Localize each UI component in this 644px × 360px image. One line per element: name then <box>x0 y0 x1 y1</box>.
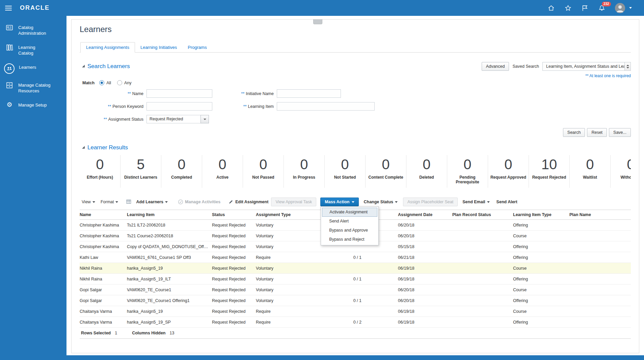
stat-label: Not Started <box>326 175 364 180</box>
save-button[interactable]: Save... <box>609 128 631 137</box>
learning-catalog-icon <box>5 43 14 52</box>
user-menu-chevron-icon[interactable] <box>629 7 632 9</box>
cell-learning-item: Ts21 Course2-20062018 <box>127 234 212 238</box>
cell-learning-item: harika_Assign5_19 <box>127 266 212 271</box>
notifications-bell-icon[interactable]: 232 <box>598 4 606 12</box>
cell-assignment-type: Voluntary <box>256 223 300 228</box>
reset-button[interactable]: Reset <box>587 128 607 137</box>
cell-assignment-date: 06/20/18 <box>398 298 452 303</box>
tab-learning-initiatives[interactable]: Learning Initiatives <box>135 42 182 52</box>
sidebar-item-learners[interactable]: Learners <box>0 60 66 78</box>
column-header-assignment-type[interactable]: Assignment Type <box>256 212 300 217</box>
table-row[interactable]: Nikhil Rainaharika_Assign5_19Request Rej… <box>80 263 631 274</box>
cell-assignment-date: 06/19/18 <box>398 277 452 281</box>
match-any-radio[interactable] <box>117 80 122 85</box>
menu-item-send-alert[interactable]: Send Alert <box>322 217 377 226</box>
table-row[interactable]: Kathi LawVAM0621_6761_Course1 SP Off3Req… <box>80 252 631 263</box>
view-menu[interactable]: View <box>82 200 95 204</box>
add-learners-menu[interactable]: Add Learners <box>136 200 168 204</box>
home-icon[interactable] <box>547 4 555 12</box>
table-row[interactable]: Gopi SalgarVAM0620_TE_Course1 Offering1R… <box>80 295 631 306</box>
sidebar-item-manage-setup[interactable]: ⚙ Manage Setup <box>0 97 66 112</box>
cell-activities: 0 / 2 <box>300 320 398 325</box>
stat-value: 5 <box>122 156 160 173</box>
cell-assignment-date: 06/19/18 <box>398 320 452 325</box>
name-input[interactable] <box>146 89 212 98</box>
stat-value: 0 <box>285 156 323 173</box>
stat-label: Completed <box>163 175 200 180</box>
column-header-learning-item-type[interactable]: Learning Item Type <box>513 212 569 217</box>
send-email-menu[interactable]: Send Email <box>462 200 489 204</box>
tab-programs[interactable]: Programs <box>182 42 212 52</box>
menu-item-bypass-and-reject[interactable]: Bypass and Reject <box>322 235 377 244</box>
stat-value: 0 <box>571 156 609 173</box>
match-row: Match All Any <box>80 80 631 85</box>
column-header-name[interactable]: Name <box>80 212 127 217</box>
favorites-star-icon[interactable] <box>564 4 572 12</box>
initiative-name-input[interactable] <box>277 89 341 98</box>
cell-learning-item: harika_Assign5_19 <box>127 309 212 314</box>
column-header-assignment-date[interactable]: Assignment Date <box>398 212 452 217</box>
assignment-status-select[interactable]: Request Rejected <box>146 115 216 123</box>
change-status-menu[interactable]: Change Status <box>364 200 398 204</box>
edit-assignment-button[interactable]: Edit Assignment <box>229 199 268 204</box>
collapse-triangle-icon[interactable] <box>82 146 85 149</box>
initiative-name-label: **Initiative Name <box>216 91 277 96</box>
cell-assignment-type: Require <box>256 309 300 314</box>
menu-item-bypass-and-approve[interactable]: Bypass and Approve <box>322 226 377 235</box>
sidebar-item-manage-catalog-resources[interactable]: Manage Catalog Resources <box>0 78 66 97</box>
stat-content-complete: 0Content Complete <box>366 155 406 188</box>
cell-learning-item: harika_Assign5_19_SP <box>127 320 212 325</box>
stat-active: 0Active <box>202 155 243 188</box>
cell-learning-item-type: Course <box>513 288 569 292</box>
manage-columns-icon[interactable] <box>126 199 131 204</box>
flag-icon[interactable] <box>581 4 589 12</box>
column-header-learning-item[interactable]: Learning Item <box>127 212 212 217</box>
dropdown-arrow-icon[interactable] <box>200 115 209 123</box>
stat-request-rejected: 10Request Rejected <box>529 155 570 188</box>
chevron-down-icon <box>487 201 490 203</box>
user-avatar[interactable] <box>615 3 625 13</box>
table-row[interactable]: Chaitanya Varmaharika_Assign5_19_SPReque… <box>80 317 631 328</box>
match-all-radio[interactable] <box>99 80 104 85</box>
sidebar-item-catalog-administration[interactable]: Catalog Administration <box>0 20 66 40</box>
sidebar-item-label: Manage Catalog Resources <box>18 81 51 94</box>
sidebar-item-learning-catalog[interactable]: Learning Catalog <box>0 40 66 60</box>
search-form: **Name **Initiative Name **Person Keywor… <box>80 89 631 123</box>
cell-learning-item-type: Course <box>513 234 569 238</box>
learners-icon <box>4 63 15 74</box>
table-row[interactable]: Nikhil Rainaharika_Assign5_19_ILTRequest… <box>80 274 631 284</box>
cell-assignment-date: 06/20/18 <box>398 223 452 228</box>
cell-status: Request Rejected <box>212 298 256 303</box>
table-row[interactable]: Gopi SalgarVAM0620_TE_Course1Request Rej… <box>80 284 631 295</box>
menu-item-activate-assignment[interactable]: Activate Assignment <box>322 208 377 217</box>
table-row[interactable]: Chaitanya Varmaharika_Assign5_19Request … <box>80 306 631 317</box>
columns-hidden-label: Columns Hidden <box>132 331 165 335</box>
person-keyword-input[interactable] <box>146 102 212 111</box>
send-alert-button[interactable]: Send Alert <box>497 200 517 204</box>
search-button[interactable]: Search <box>563 128 585 137</box>
hamburger-menu-icon[interactable] <box>5 4 12 12</box>
cell-assignment-type: Voluntary <box>256 244 300 249</box>
tab-learning-assignments[interactable]: Learning Assignments <box>80 42 135 53</box>
cell-activities: 0 / 1 <box>300 277 398 281</box>
advanced-button[interactable]: Advanced <box>482 62 509 71</box>
cell-assignment-type: Require <box>256 320 300 325</box>
column-header-plan-name[interactable]: Plan Name <box>569 212 631 217</box>
learning-item-input[interactable] <box>277 102 375 111</box>
cell-name: Christopher Kashima <box>80 223 127 228</box>
column-header-plan-record-status[interactable]: Plan Record Status <box>452 212 513 217</box>
panel-grip[interactable] <box>313 19 322 24</box>
cell-learning-item-type: Course <box>513 266 569 271</box>
cell-status: Request Rejected <box>212 255 256 260</box>
stat-value: 0 <box>326 156 364 173</box>
sidebar-item-label: Learning Catalog <box>18 43 51 56</box>
cell-name: Kathi Law <box>80 255 127 260</box>
format-menu[interactable]: Format <box>101 200 118 204</box>
collapse-triangle-icon[interactable] <box>82 65 85 67</box>
application-window: ORACLE 232 Catal <box>0 0 644 360</box>
column-header-status[interactable]: Status <box>212 212 256 217</box>
sidebar-item-label: Catalog Administration <box>18 24 51 36</box>
mass-action-button[interactable]: Mass Action Activate AssignmentSend Aler… <box>320 198 359 206</box>
saved-search-select[interactable]: Learning Item, Assignment Status and Lea… <box>542 62 631 71</box>
